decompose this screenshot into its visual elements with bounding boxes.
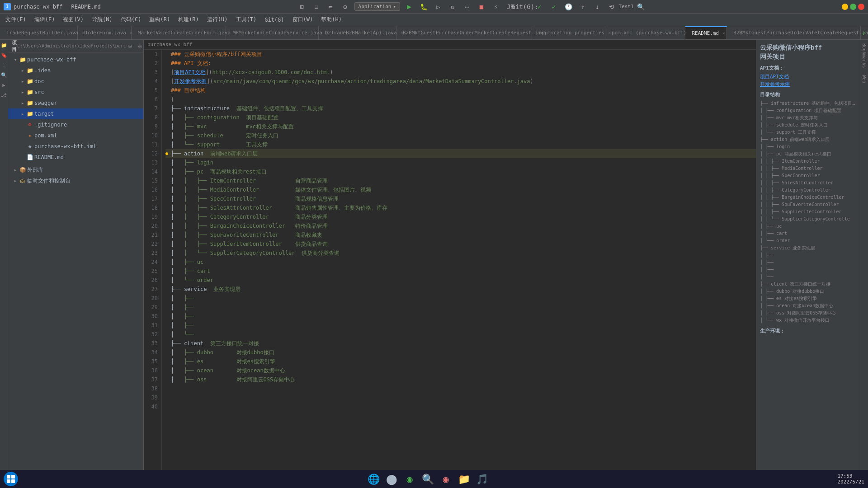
right-link-example[interactable]: 开发参考示例 [760, 81, 856, 88]
tree-temp-files[interactable]: ▸ 🗂 临时文件和控制台 [8, 175, 143, 186]
tree-pomxml[interactable]: ▸ ✦ pom.xml [8, 130, 143, 141]
sidebar-icon-run[interactable]: ▶ [0, 81, 8, 89]
folder-icon-swagger: 📁 [26, 99, 33, 108]
run-config-chevron: ▾ [393, 4, 396, 9]
tab-marketvalet[interactable]: MarketValetCreateOrderForm.java × [132, 26, 226, 39]
line-num-18: 18 [144, 203, 158, 212]
menu-help[interactable]: 帮助(H) [317, 14, 345, 25]
tree-readme[interactable]: ▸ 📄 README.md [8, 152, 143, 163]
tab-d2trade[interactable]: D2TradeB2BMarketApi.java × [319, 26, 396, 39]
run-config-selector[interactable]: Application ▾ [354, 2, 400, 11]
code-line-12: │ ├── mvc mvc相关支撑与配置 [165, 122, 756, 131]
taskbar-app-folder[interactable]: 📁 [456, 471, 472, 487]
tab-orderform[interactable]: OrderForm.java × [78, 26, 132, 39]
sidebar-icon-search[interactable]: 🔍 [0, 71, 8, 79]
sidebar-icon-git[interactable]: ⎇ [0, 91, 8, 99]
sidebar-icon-bookmark[interactable]: 🔖 [0, 52, 8, 59]
sidebar-icon-project[interactable]: 📁 [0, 42, 8, 49]
tab-appprop[interactable]: application.properties × [532, 26, 605, 39]
tree-external-libs[interactable]: ▸ 📦 外部库 [8, 164, 143, 175]
tab-mpmarket[interactable]: MPMarketValetTradeService.java × [226, 26, 318, 39]
panel-action-locate[interactable]: ◎ [136, 42, 144, 50]
panel-action-collapse[interactable]: ⊞ [126, 42, 134, 50]
tree-gitignore[interactable]: ▸ ⊘ .gitignore [8, 119, 143, 130]
menu-window[interactable]: 窗口(W) [289, 14, 317, 25]
minimize-button[interactable] [842, 4, 848, 10]
toolbar-attach[interactable]: ⚡ [491, 1, 501, 12]
line-num-31: 31 [144, 321, 158, 330]
tree-root[interactable]: ▾ 📁 purchase-wx-bff [8, 54, 143, 65]
tab-traderequest[interactable]: TradeRequestBuilder.java × [0, 26, 78, 39]
taskbar-app-green[interactable]: ◉ [401, 471, 418, 487]
code-line-38: │ ├── es 对接es搜索引擎 [165, 357, 756, 366]
menu-code[interactable]: 代码(C) [117, 14, 145, 25]
test-config[interactable]: Test1 [621, 1, 632, 12]
tab-pomxml[interactable]: pom.xml (purchase-wx-bff) × [605, 26, 686, 39]
file-tree: ▾ 📁 purchase-wx-bff ▸ 📁 .idea ▸ 📁 doc [8, 52, 143, 474]
folder-icon-src: 📁 [26, 88, 33, 97]
toolbar-icon-2[interactable]: ≡ [311, 1, 322, 12]
link-text-4[interactable]: 项目API文档 [174, 69, 206, 75]
run-with-coverage[interactable]: ▷ [433, 1, 443, 12]
search-everywhere[interactable]: 🔍 [635, 1, 646, 12]
menu-refactor[interactable]: 重构(R) [146, 14, 174, 25]
git-clock[interactable]: 🕐 [563, 1, 574, 12]
right-tree-line-16: │ │ └── SupplierCategoryControlle [760, 216, 856, 223]
maximize-button[interactable] [850, 4, 856, 10]
tree-label-temp: 临时文件和控制台 [27, 176, 143, 185]
tree-src[interactable]: ▸ 📁 src [8, 87, 143, 98]
menu-navigate[interactable]: 导航(N) [88, 14, 116, 25]
debug-button[interactable]: 🐛 [418, 1, 429, 12]
tree-iml[interactable]: ▸ ◈ purchase-wx-bff.iml [8, 141, 143, 152]
git-check1[interactable]: ✓ [534, 1, 545, 12]
tab-bar: TradeRequestBuilder.java × OrderForm.jav… [0, 26, 868, 40]
menu-run[interactable]: 运行(U) [203, 14, 231, 25]
toolbar-more[interactable]: ⋯ [462, 1, 472, 12]
tree-idea[interactable]: ▸ 📁 .idea [8, 65, 143, 76]
git-check2[interactable]: ✓ [548, 1, 559, 12]
code-content[interactable]: ### 云采购微信小程序/bff网关项目### API 文档:[项目API文档]… [162, 50, 756, 474]
tab-readme[interactable]: README.md × [685, 26, 727, 39]
right-tree-line-30: │ └── wx 对接微信开放平台接口 [760, 317, 856, 324]
taskbar-app-red[interactable]: ◉ [438, 471, 454, 487]
link-text-5[interactable]: 开发参考示例 [174, 78, 207, 84]
menu-build[interactable]: 构建(B) [175, 14, 203, 25]
menu-git[interactable]: Git(G) [261, 15, 288, 25]
close-button[interactable] [858, 4, 864, 10]
right-tree-line-5: ├── action 前端web请求入口层 [760, 136, 856, 143]
toolbar-icon-3[interactable]: ≔ [326, 1, 336, 12]
run-button[interactable]: ▶ [404, 1, 415, 12]
menu-file[interactable]: 文件(F) [2, 14, 30, 25]
toolbar-icon-4[interactable]: ⚙ [340, 1, 351, 12]
tree-doc[interactable]: ▸ 📁 doc [8, 76, 143, 87]
right-tree-line-27: │ ├── es 对接es搜索引擎 [760, 295, 856, 302]
taskbar-app-chrome[interactable]: ⬤ [383, 471, 400, 487]
windows-start-button[interactable] [4, 472, 18, 486]
tree-label-root: purchase-wx-bff [27, 55, 143, 64]
tab-close-readme[interactable]: × [722, 31, 725, 36]
taskbar-app-music[interactable]: 🎵 [474, 471, 490, 487]
tree-target[interactable]: ▸ 📁 target [8, 108, 143, 119]
git-action1[interactable]: ↑ [577, 1, 588, 12]
menu-edit[interactable]: 编辑(E) [31, 14, 59, 25]
tab-b2bmktguest[interactable]: B2BMktGuestPurchaseOrderValetCreateReque… [727, 26, 860, 39]
toolbar-icon-1[interactable]: ⊞ [297, 1, 307, 12]
tab-b2bmkt[interactable]: B2BMktGuestPurchaseOrderMarketCreateRequ… [396, 26, 533, 39]
toolbar-refresh[interactable]: ↻ [447, 1, 458, 12]
git-action2[interactable]: ↓ [592, 1, 603, 12]
sidebar-icon-structure[interactable]: ⋮ [0, 61, 8, 69]
tree-swagger[interactable]: ▸ 📁 swagger [8, 98, 143, 108]
git-action3[interactable]: ⟲ [606, 1, 617, 12]
toolbar-stop[interactable]: ■ [476, 1, 487, 12]
code-text-9: { [171, 95, 174, 104]
file-tree-panel: 项目 C:\Users\Administrator\IdeaProjects\p… [8, 40, 144, 474]
git-icon[interactable]: Git(G): [519, 1, 530, 12]
taskbar-app-search[interactable]: 🔍 [420, 471, 436, 487]
taskbar-app-edge[interactable]: 🌐 [365, 471, 382, 487]
menu-view[interactable]: 视图(V) [59, 14, 87, 25]
menu-tools[interactable]: 工具(T) [232, 14, 260, 25]
right-link-api[interactable]: 项目API文档 [760, 73, 856, 80]
vtab-plugins[interactable]: Web [861, 71, 868, 87]
vtab-bookmarks[interactable]: Bookmarks [861, 40, 868, 71]
tab-label-b2bmktguest: B2BMktGuestPurchaseOrderValetCreateReque… [733, 30, 868, 36]
